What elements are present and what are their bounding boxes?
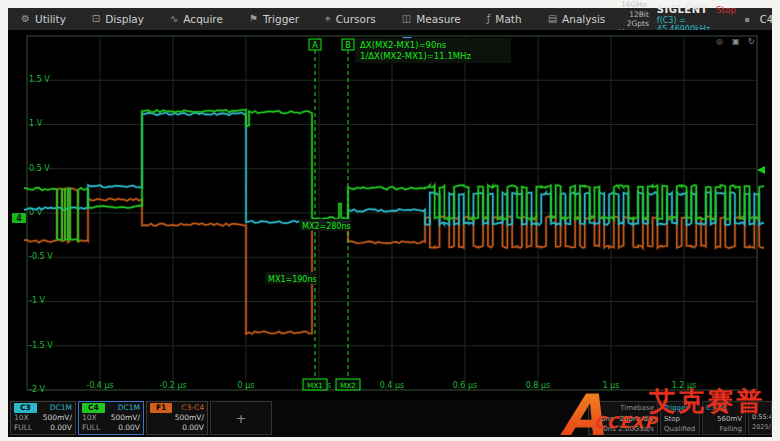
clock-box: 0:55:44 2025/4/25 xyxy=(748,401,772,435)
c3-coupling: DC1M xyxy=(50,403,72,413)
time-label: 1.2 µs xyxy=(672,381,697,390)
measure-icon: ◫ xyxy=(402,14,411,24)
mx2-value-text: MX2=280ns xyxy=(302,222,351,231)
timebase-scale: 200ns/div xyxy=(620,414,654,425)
c3-tag: C3 xyxy=(14,403,37,413)
trigger-box[interactable]: Trigger Stop Qualified xyxy=(660,401,700,435)
time-label: 0.4 µs xyxy=(380,381,405,390)
c3-scale: 500mV/ xyxy=(43,413,72,423)
c3-bandwidth: FULL xyxy=(14,423,32,433)
clock-date: 2025/4/25 xyxy=(752,423,768,433)
spec-bandwidth: 16GHz-12Bit xyxy=(618,0,649,19)
cursor-mx2-tag[interactable]: MX2 xyxy=(336,379,360,390)
volt-label: -1 V xyxy=(29,296,46,305)
waveform-display[interactable]: 1.5 V 1 V 0.5 V 0 V -0.5 V -1 V -1.5 V -… xyxy=(8,30,772,400)
cursors-icon: ⌖ xyxy=(325,14,331,24)
time-label: 1 µs xyxy=(603,381,620,390)
volt-label: -2 V xyxy=(29,385,46,394)
menu-measure[interactable]: ◫ Measure xyxy=(389,8,474,30)
channel-box-f1[interactable]: F1 C3-C4 500mV/ 0.00V xyxy=(146,401,208,435)
c4-ground-label: 4 xyxy=(16,214,22,223)
run-state-badge[interactable]: Stop xyxy=(716,5,736,15)
sample-rate: 2.00GSa/s xyxy=(618,424,654,435)
menu-math-label: Math xyxy=(495,13,521,25)
fullscreen-icon[interactable]: ▣ xyxy=(732,37,740,46)
cursor-b-handle[interactable]: B xyxy=(342,39,354,50)
clock-time: 0:55:44 xyxy=(752,413,768,423)
timebase-box[interactable]: Timebase 400ns 200ns/div 0.00ns 2.00GSa/… xyxy=(588,401,658,435)
menu-display-label: Display xyxy=(105,13,144,25)
plus-icon: + xyxy=(236,411,247,426)
volt-label: -0.5 V xyxy=(29,252,53,261)
menu-cursors-label: Cursors xyxy=(336,13,376,25)
c4-ground-marker[interactable]: 4 xyxy=(12,213,26,223)
f1-tag: F1 xyxy=(150,403,172,413)
trigger-level: 560mV xyxy=(706,414,742,425)
f1-source: C3-C4 xyxy=(181,403,204,413)
channel-box-c4[interactable]: C4 DC1M 10X 500mV/ FULL 0.00V xyxy=(78,401,144,435)
trigger-source-title: C3 DC xyxy=(706,403,742,414)
c4-scale: 500mV/ xyxy=(111,413,140,423)
menu-cursors[interactable]: ⌖ Cursors xyxy=(312,8,389,30)
brand-logo: SIGLENT xyxy=(657,4,708,16)
menu-analysis[interactable]: ▤ Analysis xyxy=(535,8,619,30)
time-label: -0.2 µs xyxy=(159,381,186,390)
mx1-value-label: MX1=190ns xyxy=(265,272,317,284)
time-label: -0.4 µs xyxy=(86,381,113,390)
mx2-tag-label: MX2 xyxy=(340,382,355,390)
trigger-flag-icon: ⚑ xyxy=(249,14,258,24)
analysis-icon: ▤ xyxy=(548,14,557,24)
c4-tag: C4 xyxy=(82,403,105,413)
menu-acquire-label: Acquire xyxy=(183,13,223,25)
mx2-value-label: MX2=280ns xyxy=(299,219,351,231)
mx1-value-text: MX1=190ns xyxy=(268,275,317,284)
c4-bandwidth: FULL xyxy=(82,423,100,433)
cursor-b-label: B xyxy=(345,41,351,50)
cursor-a-label: A xyxy=(312,41,318,50)
lock-icon: ▪ xyxy=(744,15,749,24)
snapshot-icon[interactable]: ◎ xyxy=(716,37,723,46)
trigger-state: Stop xyxy=(664,414,696,425)
menu-measure-label: Measure xyxy=(416,13,461,25)
c3-offset: 0.00V xyxy=(50,423,72,433)
channel-box-c3[interactable]: C3 DC1M 10X 500mV/ FULL 0.00V xyxy=(10,401,76,435)
cursor-readout-box: ΔX(MX2-MX1)=90ns 1/ΔX(MX2-MX1)=11.1MHz xyxy=(355,38,511,63)
readout-delta-x: ΔX(MX2-MX1)=90ns xyxy=(360,40,447,50)
volt-label: 1 V xyxy=(29,119,43,128)
time-label: 0.8 µs xyxy=(526,381,551,390)
acquire-icon: ∿ xyxy=(170,14,178,24)
trigger-source-box[interactable]: C3 DC 560mV Falling xyxy=(702,401,746,435)
mx1-tag-label: MX1 xyxy=(307,382,322,390)
c3-attenuation: 10X xyxy=(14,413,29,423)
trigger-mode: Qualified xyxy=(664,424,696,435)
f1-scale: 500mV/ xyxy=(175,413,204,423)
time-label: 0 µs xyxy=(238,381,255,390)
add-channel-box[interactable]: + xyxy=(210,401,272,435)
f1-offset: 0.00V xyxy=(182,423,204,433)
display-icon: ⊡ xyxy=(92,14,100,24)
timebase-offset: 0.00ns xyxy=(592,424,616,435)
time-axis: -0.4 µs -0.2 µs 0 µs 0.2 µs 0.4 µs 0.6 µ… xyxy=(86,381,696,390)
bottom-status-bar: C3 DC1M 10X 500mV/ FULL 0.00V C4 DC1M 10… xyxy=(8,400,772,437)
menu-utility[interactable]: ⚙ Utility xyxy=(8,8,79,30)
menu-acquire[interactable]: ∿ Acquire xyxy=(157,8,236,30)
volt-label: -1.5 V xyxy=(29,341,53,350)
display-corner-tools: ◎ ▣ ↻ xyxy=(716,37,755,46)
menu-trigger-label: Trigger xyxy=(263,13,299,25)
cursor-a-handle[interactable]: A xyxy=(309,39,321,50)
menu-analysis-label: Analysis xyxy=(562,13,605,25)
menu-utility-label: Utility xyxy=(35,13,66,25)
c4-coupling: DC1M xyxy=(118,403,140,413)
volt-label: 1.5 V xyxy=(29,75,50,84)
time-label: 0.6 µs xyxy=(453,381,478,390)
active-channel-indicator[interactable]: C4 xyxy=(758,13,780,26)
cursor-mx1-tag[interactable]: MX1 xyxy=(303,379,327,390)
menu-math[interactable]: ƒ Math xyxy=(474,8,535,30)
volt-label: 0.5 V xyxy=(29,164,50,173)
menu-trigger[interactable]: ⚑ Trigger xyxy=(236,8,312,30)
math-icon: ƒ xyxy=(487,14,491,24)
trigger-title: Trigger xyxy=(664,403,696,414)
refresh-icon[interactable]: ↻ xyxy=(748,37,755,46)
menu-display[interactable]: ⊡ Display xyxy=(79,8,157,30)
menu-bar: ⚙ Utility ⊡ Display ∿ Acquire ⚑ Trigger … xyxy=(8,8,772,31)
